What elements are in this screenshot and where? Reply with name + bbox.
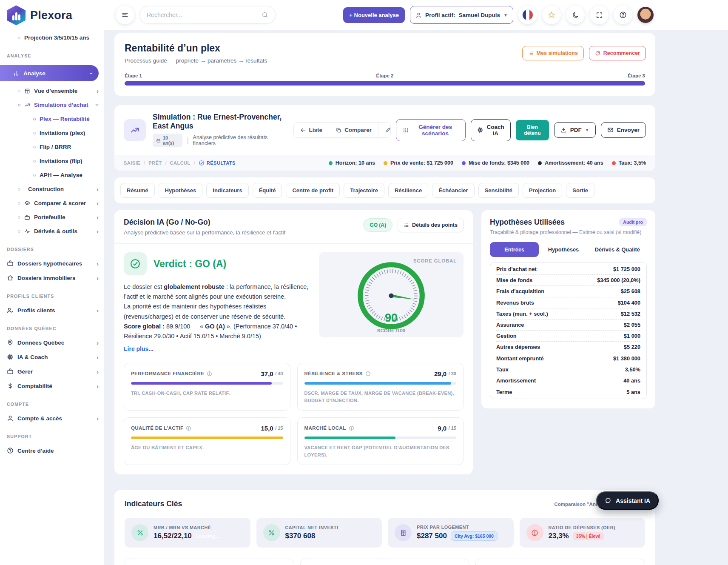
new-analysis-button[interactable]: + Nouvelle analyse bbox=[343, 7, 405, 23]
details-points-button[interactable]: Détails des points bbox=[398, 218, 464, 232]
edit-button[interactable]: Éditer bbox=[378, 123, 391, 137]
metric-marche-local: MARCHÉ LOCAL 9,0 / 15 VACANCE ET RENT GA… bbox=[297, 417, 464, 465]
read-more-link[interactable]: Lire plus... bbox=[124, 345, 154, 352]
star-icon bbox=[548, 11, 555, 19]
generate-scenarios-button[interactable]: Générer des scénarios bbox=[396, 119, 466, 141]
sidebar-item-comparer-scorer[interactable]: Comparer & scorer › bbox=[0, 196, 104, 210]
sidebar-item-comptabilite[interactable]: Comptabilité › bbox=[0, 379, 104, 393]
active-profile-selector[interactable]: Profil actif: Samuel Dupuis ▼ bbox=[410, 6, 513, 24]
coach-ia-button[interactable]: Coach IA bbox=[471, 119, 511, 141]
sidebar-item-label: Compte & accès bbox=[17, 415, 62, 422]
sidebar-item-flip-brrr[interactable]: Flip / BRRR bbox=[0, 140, 104, 154]
plexora-logo-icon bbox=[7, 6, 26, 26]
sidebar-item-label: Simulations d’achat bbox=[34, 102, 88, 108]
hamburger-icon bbox=[121, 11, 129, 19]
tab-entrees[interactable]: Entrées bbox=[490, 242, 539, 257]
user-icon bbox=[7, 415, 14, 422]
sidebar-item-donnees-quebec[interactable]: Données Québec › bbox=[0, 335, 104, 350]
tab-sortie[interactable]: Sortie bbox=[566, 183, 594, 198]
my-simulations-button[interactable]: Mes simulations bbox=[522, 46, 584, 60]
sidebar-item-analyse[interactable]: Analyse › bbox=[0, 65, 99, 81]
sidebar-item-portefeuille[interactable]: Portefeuille › bbox=[0, 210, 104, 224]
tab-echeancier[interactable]: Échéancier bbox=[432, 183, 474, 198]
bullet-icon bbox=[18, 90, 20, 92]
tab-resume[interactable]: Résumé bbox=[120, 183, 155, 198]
sidebar-item-dossiers-hypothecaires[interactable]: Dossiers hypothécaires › bbox=[0, 256, 104, 271]
list-icon bbox=[404, 223, 409, 228]
sidebar-item-profils-clients[interactable]: Profils clients › bbox=[0, 303, 104, 317]
page-header-card: Rentabilité d’un plex Processus guidé — … bbox=[114, 33, 655, 96]
audit-pro-badge: Audit pro bbox=[619, 218, 647, 226]
help-button[interactable] bbox=[614, 6, 632, 24]
compare-button[interactable]: Comparer bbox=[329, 123, 378, 137]
mail-icon bbox=[607, 127, 614, 133]
sidebar: Plexora Projection 3/5/10/15 ans ANALYSE… bbox=[0, 0, 104, 565]
sidebar-item-label: Plex — Rentabilité bbox=[40, 116, 90, 122]
fullscreen-button[interactable] bbox=[590, 6, 609, 24]
sidebar-item-plex-rentabilite[interactable]: Plex — Rentabilité bbox=[0, 112, 104, 126]
favorites-button[interactable] bbox=[542, 6, 561, 24]
brand-logo[interactable]: Plexora bbox=[0, 0, 104, 31]
info-icon bbox=[349, 425, 354, 431]
sidebar-item-derives-outils[interactable]: Dérivés & outils › bbox=[0, 224, 104, 238]
tab-projection[interactable]: Projection bbox=[523, 183, 563, 198]
sidebar-item-compte-acces[interactable]: Compte & accès › bbox=[0, 411, 104, 425]
sidebar-item-label: Comparer & scorer bbox=[34, 200, 86, 206]
sidebar-item-invitations-flip[interactable]: Invitations (flip) bbox=[0, 154, 104, 168]
table-row: Montant emprunté$1 380 000 bbox=[496, 353, 640, 364]
tab-hypotheses[interactable]: Hypothèses bbox=[539, 246, 588, 253]
bullet-icon bbox=[18, 37, 20, 39]
alert-circle-icon bbox=[526, 524, 543, 541]
sidebar-item-simulations-dachat[interactable]: Simulations d’achat › bbox=[0, 98, 104, 112]
tab-hypotheses[interactable]: Hypothèses bbox=[159, 183, 203, 198]
decision-title: Décision IA (Go / No-Go) bbox=[124, 218, 285, 227]
fullscreen-icon bbox=[596, 11, 603, 19]
sidebar-item-dossiers-immobiliers[interactable]: Dossiers immobiliers › bbox=[0, 271, 104, 285]
score-gauge-panel: SCORE GLOBAL 90 SCORE /100 bbox=[319, 252, 464, 337]
sidebar-item-gerer[interactable]: Gérer › bbox=[0, 364, 104, 379]
tab-centre-de-profit[interactable]: Centre de profit bbox=[286, 183, 340, 198]
sidebar-item-aph-analyse[interactable]: APH — Analyse bbox=[0, 168, 104, 182]
owned-property-button[interactable]: Bien détenu bbox=[516, 120, 549, 140]
profile-name: Samuel Dupuis bbox=[459, 12, 500, 18]
sidebar-item-centre-daide[interactable]: Centre d’aide bbox=[0, 443, 104, 458]
sidebar-item-vue-densemble[interactable]: Vue d’ensemble › bbox=[0, 84, 104, 98]
sidebar-item-invitations-plex[interactable]: Invitations (plex) bbox=[0, 126, 104, 140]
restart-button[interactable]: Recommencer bbox=[589, 46, 646, 60]
send-button[interactable]: Envoyer bbox=[601, 122, 646, 138]
status-chip-horizon: Horizon: 10 ans bbox=[329, 160, 375, 166]
simulation-card: Simulation : Rue Ernest-Provencher, East… bbox=[114, 105, 655, 171]
sidebar-item-construction[interactable]: Construction › bbox=[0, 182, 104, 196]
assistant-ia-button[interactable]: Assistant IA bbox=[596, 491, 659, 510]
decision-subtitle: Analyse prédictive basée sur la performa… bbox=[124, 229, 285, 236]
pdf-button[interactable]: PDF ▼ bbox=[554, 122, 596, 138]
sidebar-item-label: Invitations (plex) bbox=[40, 130, 85, 136]
table-row: Taxes (mun. + scol.)$12 532 bbox=[496, 308, 640, 320]
tab-trajectoire[interactable]: Trajectoire bbox=[344, 183, 384, 198]
tab-resilience[interactable]: Résilience bbox=[388, 183, 428, 198]
sidebar-item-ia-coach[interactable]: IA & Coach › bbox=[0, 350, 104, 364]
simulation-subtitle: Analyse prédictive des résultats financi… bbox=[193, 134, 287, 146]
score-caption: SCORE /100 bbox=[319, 328, 464, 333]
dark-mode-button[interactable] bbox=[566, 6, 585, 24]
table-row: Amortissement40 ans bbox=[496, 375, 640, 386]
menu-button[interactable] bbox=[116, 6, 134, 24]
tab-derives-qualite[interactable]: Dérivés & Qualité bbox=[588, 246, 647, 253]
tab-equite[interactable]: Équité bbox=[253, 183, 282, 198]
sidebar-item-projection[interactable]: Projection 3/5/10/15 ans bbox=[0, 31, 104, 45]
tab-indicateurs[interactable]: Indicateurs bbox=[206, 183, 248, 198]
tab-sensibilite[interactable]: Sensibilité bbox=[478, 183, 519, 198]
topbar: + Nouvelle analyse Profil actif: Samuel … bbox=[104, 0, 728, 30]
step-label: Étape 3 bbox=[628, 73, 645, 78]
search-input[interactable] bbox=[147, 11, 262, 18]
period-card-sortie: SORTIE10 ANS RENTABILITÉ ROI ANNUALISÉ27… bbox=[475, 559, 645, 565]
sidebar-item-label: Centre d’aide bbox=[17, 448, 54, 454]
list-button[interactable]: Liste bbox=[294, 123, 330, 137]
user-avatar[interactable] bbox=[637, 7, 654, 23]
score-metrics-grid: PERFORMANCE FINANCIÈRE 37,0 / 40 TRI, CA… bbox=[114, 355, 473, 474]
language-button[interactable] bbox=[518, 6, 537, 24]
refresh-icon bbox=[595, 51, 600, 56]
sidebar-section-profils: PROFILS CLIENTS bbox=[0, 285, 104, 303]
status-chip-mise: Mise de fonds: $345 000 bbox=[462, 160, 529, 166]
search-bar[interactable] bbox=[139, 6, 276, 24]
